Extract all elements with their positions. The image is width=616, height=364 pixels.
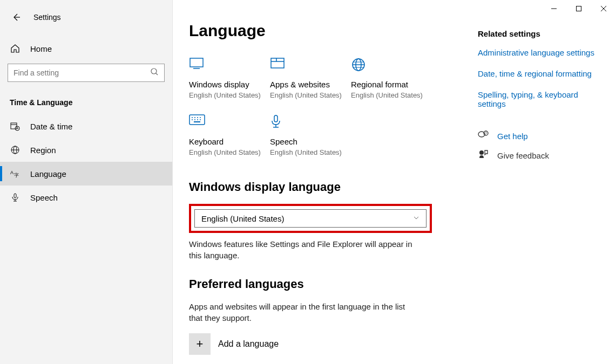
help-icon: ? [478,130,489,142]
svg-rect-22 [271,58,284,68]
tile-windows-display[interactable]: Windows display English (United States) [189,53,270,110]
svg-rect-1 [577,6,581,11]
microphone-icon [10,192,21,203]
svg-point-33 [197,117,198,118]
preferred-languages-heading: Preferred languages [189,277,467,291]
search-input[interactable] [8,64,165,82]
link-spelling-typing[interactable]: Spelling, typing, & keyboard settings [478,90,600,108]
region-icon [351,57,366,72]
svg-point-31 [192,117,193,118]
right-panel: Related settings Administrative language… [467,13,600,364]
apps-icon [270,57,285,72]
tile-keyboard[interactable]: Keyboard English (United States) [189,110,270,167]
related-settings-heading: Related settings [478,29,600,38]
home-button[interactable]: Home [0,38,172,59]
svg-point-36 [194,119,195,120]
display-language-desc: Windows features like Settings and File … [189,238,416,261]
mic-icon [270,114,285,129]
app-title: Settings [33,13,61,22]
link-admin-language[interactable]: Administrative language settings [478,48,600,57]
home-icon [10,43,21,54]
language-icon: A字 [10,168,21,179]
add-language-label: Add a language [218,339,279,349]
sidebar-section-label: Time & Language [0,92,172,114]
sidebar: Settings Home Time & Language Date & tim… [0,0,173,364]
give-feedback-button[interactable]: Give feedback [478,149,600,161]
get-help-button[interactable]: ? Get help [478,130,600,142]
tile-sub: English (United States) [270,91,351,99]
sidebar-item-region[interactable]: Region [0,138,172,162]
tile-title: Keyboard [189,137,270,146]
svg-text:A: A [10,170,13,175]
svg-rect-40 [274,115,277,122]
keyboard-icon [189,114,204,129]
home-label: Home [30,44,52,53]
maximize-button[interactable] [566,0,591,17]
tile-speech[interactable]: Speech English (United States) [270,110,351,167]
svg-point-37 [197,119,198,120]
sidebar-item-speech[interactable]: Speech [0,186,172,209]
add-language-button[interactable]: + Add a language [189,333,467,355]
svg-point-32 [194,117,195,118]
sidebar-item-label: Region [30,146,56,155]
chevron-down-icon [413,214,419,223]
back-button[interactable] [10,11,23,24]
svg-line-6 [156,73,158,75]
feedback-icon [478,149,489,161]
globe-icon [10,145,21,155]
tile-regional-format[interactable]: Regional format English (United States) [351,53,432,110]
svg-text:?: ? [485,132,487,135]
tile-sub: English (United States) [351,91,432,99]
calendar-clock-icon [10,121,21,132]
main-content: Language Windows display English (United… [189,13,467,364]
plus-icon: + [189,333,211,355]
svg-point-5 [151,68,157,74]
tile-sub: English (United States) [189,148,270,156]
svg-point-46 [479,150,484,155]
svg-text:字: 字 [14,173,19,178]
tile-title: Regional format [351,80,432,89]
display-language-dropdown[interactable]: English (United States) [194,209,427,228]
tile-title: Speech [270,137,351,146]
dropdown-value: English (United States) [201,214,284,223]
sidebar-item-label: Date & time [30,122,72,131]
sidebar-item-language[interactable]: A字 Language [0,162,172,186]
svg-rect-17 [14,194,16,198]
sidebar-item-label: Language [30,169,66,178]
page-title: Language [189,22,467,40]
tile-sub: English (United States) [270,148,351,156]
minimize-button[interactable] [541,0,566,17]
svg-rect-39 [194,121,200,122]
svg-point-34 [200,117,201,118]
tile-apps-websites[interactable]: Apps & websites English (United States) [270,53,351,110]
search-field[interactable] [13,68,150,77]
svg-rect-20 [190,58,203,67]
preferred-languages-desc: Apps and websites will appear in the fir… [189,301,416,324]
tile-sub: English (United States) [189,91,270,99]
give-feedback-label: Give feedback [497,151,549,160]
display-icon [189,57,204,72]
sidebar-item-label: Speech [30,193,58,202]
tile-title: Windows display [189,80,270,89]
svg-point-35 [192,119,193,120]
get-help-label: Get help [497,132,528,141]
sidebar-item-datetime[interactable]: Date & time [0,114,172,138]
highlight-annotation: English (United States) [189,204,432,233]
search-icon [150,67,159,78]
tile-title: Apps & websites [270,80,351,89]
svg-point-38 [200,119,201,120]
link-date-time-regional[interactable]: Date, time & regional formatting [478,69,600,78]
display-language-heading: Windows display language [189,180,467,194]
svg-rect-7 [11,123,17,129]
close-button[interactable] [591,0,616,17]
